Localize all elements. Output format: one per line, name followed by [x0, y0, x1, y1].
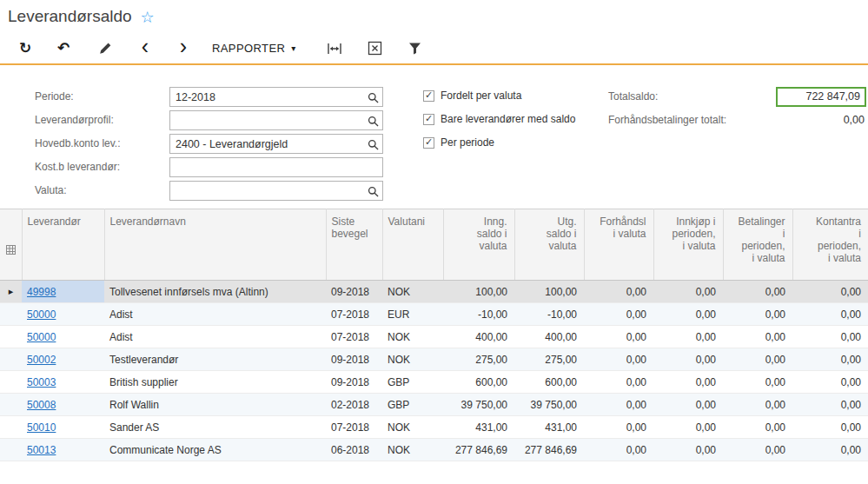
undo-button[interactable]: ↶ — [52, 33, 75, 63]
row-marker-cell — [0, 303, 22, 326]
cell-utgaende-saldo: 400,00 — [514, 326, 584, 348]
cell-leverandor[interactable]: 49998 — [22, 281, 104, 303]
column-header-valuta-id[interactable]: Valutani — [382, 209, 443, 281]
checkbox-label: Bare leverandører med saldo — [441, 113, 575, 125]
favorite-star-icon[interactable]: ☆ — [141, 8, 155, 27]
supplier-link[interactable]: 50013 — [27, 444, 56, 456]
cell-inngaende-saldo: -10,00 — [443, 303, 514, 326]
refresh-button[interactable]: ↻ — [14, 33, 36, 63]
pencil-icon — [98, 42, 112, 56]
cell-utgaende-saldo: 431,00 — [514, 416, 584, 439]
cell-valuta-id: GBP — [382, 371, 443, 394]
checkbox-box[interactable]: ✓ — [423, 114, 434, 125]
lookup-icon[interactable] — [368, 185, 379, 196]
cell-inngaende-saldo: 431,00 — [443, 416, 514, 439]
supplier-link[interactable]: 49998 — [27, 286, 56, 298]
previous-button[interactable]: ‹ — [136, 33, 155, 63]
cell-innkjop: 0,00 — [653, 416, 723, 439]
grid-icon — [6, 245, 16, 255]
totalsaldo-value: 722 847,09 — [776, 87, 866, 107]
column-header-forhandsbet[interactable]: Forhåndsl i valuta — [584, 209, 653, 281]
column-header-siste-bevegelse[interactable]: Siste bevegel — [326, 209, 382, 281]
edit-button[interactable] — [94, 33, 116, 63]
column-header-betalinger[interactable]: Betalinger i perioden, i valuta — [723, 209, 792, 281]
cell-siste-bevegelse: 02-2018 — [326, 394, 382, 416]
periode-input[interactable] — [169, 87, 383, 107]
cell-valuta-id: NOK — [382, 326, 443, 348]
row-marker-cell — [0, 326, 22, 348]
fit-width-button[interactable] — [323, 33, 346, 63]
column-header-utgaende-saldo[interactable]: Utg. saldo i valuta — [514, 209, 584, 281]
supplier-link[interactable]: 50010 — [27, 421, 56, 434]
cell-utgaende-saldo: 275,00 — [514, 348, 584, 371]
cell-innkjop: 0,00 — [653, 348, 723, 371]
kostb-input[interactable] — [169, 157, 383, 177]
checkbox-fordelt-per-valuta[interactable]: ✓ Fordelt per valuta — [423, 89, 521, 103]
cell-innkjop: 0,00 — [653, 394, 723, 416]
grid-settings-header-cell[interactable] — [0, 209, 22, 281]
supplier-link[interactable]: 50002 — [27, 354, 56, 366]
lookup-icon[interactable] — [368, 91, 379, 103]
table-row[interactable]: 50010Sander AS07-2018NOK431,00431,000,00… — [0, 416, 868, 439]
table-row[interactable]: 50003British supplier09-2018GBP600,00600… — [0, 371, 868, 394]
column-header-leverandor[interactable]: Leverandør — [22, 209, 104, 281]
row-marker-cell — [0, 348, 22, 371]
row-marker-cell — [0, 416, 22, 439]
lookup-icon[interactable] — [368, 115, 379, 126]
selected-row-marker: ▸ — [0, 281, 22, 303]
supplier-link[interactable]: 50000 — [27, 331, 56, 343]
supplier-link[interactable]: 50000 — [27, 308, 56, 321]
cell-innkjop: 0,00 — [653, 326, 723, 348]
cell-leverandor[interactable]: 50008 — [22, 394, 104, 416]
leverandorprofil-input[interactable] — [169, 110, 383, 130]
lookup-icon[interactable] — [368, 138, 379, 149]
table-row[interactable]: 50013Communicate Norge AS06-2018NOK277 8… — [0, 439, 868, 461]
supplier-link[interactable]: 50003 — [27, 376, 56, 388]
supplier-balance-grid: LeverandørLeverandørnavnSiste bevegelVal… — [0, 209, 868, 461]
cell-inngaende-saldo: 277 846,69 — [443, 439, 514, 461]
cell-kontantrans: 0,00 — [792, 281, 868, 303]
valuta-input[interactable] — [169, 181, 383, 201]
cell-forhandsbet: 0,00 — [584, 326, 653, 348]
cell-leverandor[interactable]: 50010 — [22, 416, 104, 439]
cell-innkjop: 0,00 — [653, 371, 723, 394]
cell-leverandornavn: Testleverandør — [104, 348, 326, 371]
cell-leverandor[interactable]: 50000 — [22, 303, 104, 326]
filter-settings-button[interactable] — [403, 33, 426, 63]
hovedbkonto-input[interactable] — [169, 134, 383, 154]
column-header-kontantrans[interactable]: Kontantra i perioden, i valuta — [792, 209, 868, 281]
cell-valuta-id: NOK — [382, 416, 443, 439]
table-row[interactable]: 50000Adist07-2018EUR-10,00-10,000,000,00… — [0, 303, 868, 326]
cell-valuta-id: NOK — [382, 348, 443, 371]
checkbox-box[interactable]: ✓ — [423, 137, 434, 149]
cell-forhandsbet: 0,00 — [584, 348, 653, 371]
cell-leverandor[interactable]: 50000 — [22, 326, 104, 348]
supplier-link[interactable]: 50008 — [27, 399, 56, 411]
table-row[interactable]: 50000Adist07-2018NOK400,00400,000,000,00… — [0, 326, 868, 348]
checkbox-label: Per periode — [441, 136, 494, 149]
cell-forhandsbet: 0,00 — [584, 371, 653, 394]
table-row[interactable]: ▸49998Tollvesenet innførsels mva (Altinn… — [0, 281, 868, 303]
column-header-inngaende-saldo[interactable]: Inng. saldo i valuta — [443, 209, 514, 281]
export-excel-button[interactable] — [363, 33, 386, 63]
cell-inngaende-saldo: 275,00 — [443, 348, 514, 371]
next-button[interactable]: › — [174, 33, 193, 63]
rapporter-dropdown-button[interactable]: RAPPORTER ▾ — [212, 33, 296, 63]
column-header-leverandornavn[interactable]: Leverandørnavn — [104, 209, 326, 281]
checkbox-box[interactable]: ✓ — [423, 90, 434, 102]
cell-leverandornavn: Communicate Norge AS — [104, 439, 326, 461]
forhandsbetalinger-label: Forhåndsbetalinger totalt: — [608, 114, 726, 126]
checkbox-bare-leverandorer-med-saldo[interactable]: ✓ Bare leverandører med saldo — [423, 112, 575, 126]
table-row[interactable]: 50008Rolf Wallin02-2018GBP39 750,0039 75… — [0, 394, 868, 416]
cell-leverandor[interactable]: 50003 — [22, 371, 104, 394]
cell-betalinger: 0,00 — [723, 326, 792, 348]
table-row[interactable]: 50002Testleverandør09-2018NOK275,00275,0… — [0, 348, 868, 371]
column-header-innkjop[interactable]: Innkjøp i perioden, i valuta — [653, 209, 723, 281]
row-marker-cell — [0, 394, 22, 416]
checkbox-per-periode[interactable]: ✓ Per periode — [423, 136, 494, 149]
valuta-label: Valuta: — [35, 181, 167, 201]
cell-leverandor[interactable]: 50002 — [22, 348, 104, 371]
cell-kontantrans: 0,00 — [792, 348, 868, 371]
cell-leverandor[interactable]: 50013 — [22, 439, 104, 461]
kostb-label: Kost.b leverandør: — [35, 157, 167, 177]
